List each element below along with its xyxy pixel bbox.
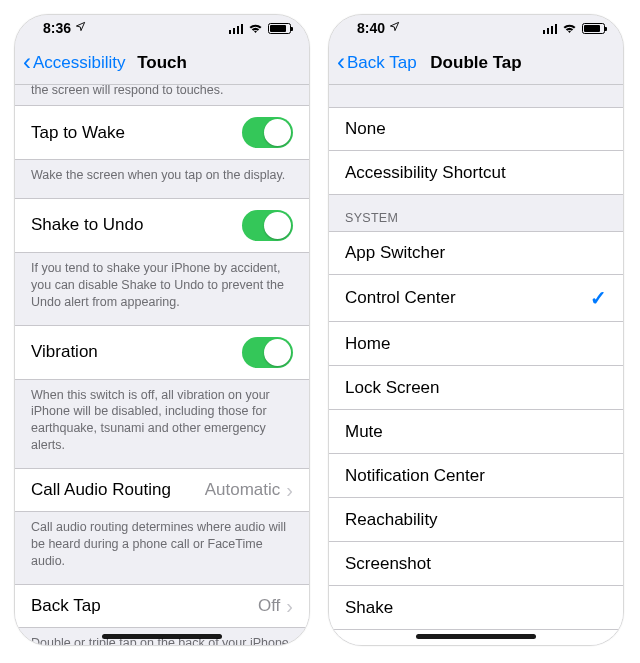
option-lock-screen[interactable]: Lock Screen bbox=[329, 366, 623, 410]
option-label: Lock Screen bbox=[345, 378, 607, 398]
navbar: ‹ Accessibility Touch bbox=[15, 41, 309, 85]
footer-shake-to-undo: If you tend to shake your iPhone by acci… bbox=[15, 253, 309, 325]
cellular-bars-icon bbox=[229, 23, 244, 34]
cell-label: Tap to Wake bbox=[31, 123, 242, 143]
status-time-group: 8:36 bbox=[43, 20, 86, 36]
toggle-vibration[interactable] bbox=[242, 337, 293, 368]
cell-label: Vibration bbox=[31, 342, 242, 362]
footer-call-audio: Call audio routing determines where audi… bbox=[15, 512, 309, 584]
toggle-tap-to-wake[interactable] bbox=[242, 117, 293, 148]
option-reachability[interactable]: Reachability bbox=[329, 498, 623, 542]
toggle-shake-to-undo[interactable] bbox=[242, 210, 293, 241]
option-notification-center[interactable]: Notification Center bbox=[329, 454, 623, 498]
cell-label: Call Audio Routing bbox=[31, 480, 205, 500]
battery-icon bbox=[582, 23, 605, 34]
option-mute[interactable]: Mute bbox=[329, 410, 623, 454]
system-option-list: App Switcher Control Center ✓ Home Lock … bbox=[329, 231, 623, 645]
cell-value: Automatic bbox=[205, 480, 281, 500]
cellular-bars-icon bbox=[543, 23, 558, 34]
option-home[interactable]: Home bbox=[329, 322, 623, 366]
option-label: Screenshot bbox=[345, 554, 607, 574]
option-screenshot[interactable]: Screenshot bbox=[329, 542, 623, 586]
back-button[interactable]: ‹ Back Tap bbox=[337, 52, 417, 74]
home-indicator[interactable] bbox=[416, 634, 536, 639]
group-header-system: System bbox=[329, 195, 623, 231]
status-time-group: 8:40 bbox=[357, 20, 400, 36]
option-label: Reachability bbox=[345, 510, 607, 530]
status-time: 8:36 bbox=[43, 20, 71, 36]
home-indicator[interactable] bbox=[102, 634, 222, 639]
status-time: 8:40 bbox=[357, 20, 385, 36]
option-control-center[interactable]: Control Center ✓ bbox=[329, 275, 623, 322]
top-option-list: None Accessibility Shortcut bbox=[329, 107, 623, 195]
scroll-touch[interactable]: the screen will respond to touches. Tap … bbox=[15, 85, 309, 645]
chevron-right-icon: › bbox=[286, 596, 293, 616]
chevron-left-icon: ‹ bbox=[337, 50, 345, 74]
cell-value: Off bbox=[258, 596, 280, 616]
cell-label: Back Tap bbox=[31, 596, 258, 616]
cell-shake-to-undo[interactable]: Shake to Undo bbox=[15, 198, 309, 253]
battery-icon bbox=[268, 23, 291, 34]
checkmark-icon: ✓ bbox=[590, 286, 607, 310]
cell-tap-to-wake[interactable]: Tap to Wake bbox=[15, 105, 309, 160]
option-label: Accessibility Shortcut bbox=[345, 163, 607, 183]
option-accessibility-shortcut[interactable]: Accessibility Shortcut bbox=[329, 151, 623, 195]
back-label: Accessibility bbox=[33, 53, 126, 73]
cell-back-tap[interactable]: Back Tap Off › bbox=[15, 584, 309, 628]
option-label: Shake bbox=[345, 598, 607, 618]
wifi-icon bbox=[562, 23, 577, 34]
chevron-left-icon: ‹ bbox=[23, 50, 31, 74]
status-bar: 8:36 bbox=[15, 15, 309, 41]
option-app-switcher[interactable]: App Switcher bbox=[329, 231, 623, 275]
cutoff-footer: the screen will respond to touches. bbox=[15, 85, 309, 105]
footer-vibration: When this switch is off, all vibration o… bbox=[15, 380, 309, 469]
cell-label: Shake to Undo bbox=[31, 215, 242, 235]
option-label: Siri bbox=[345, 642, 607, 646]
option-label: Home bbox=[345, 334, 607, 354]
footer-tap-to-wake: Wake the screen when you tap on the disp… bbox=[15, 160, 309, 198]
option-label: Notification Center bbox=[345, 466, 607, 486]
option-label: App Switcher bbox=[345, 243, 607, 263]
scroll-double-tap[interactable]: None Accessibility Shortcut System App S… bbox=[329, 85, 623, 645]
wifi-icon bbox=[248, 23, 263, 34]
location-arrow-icon bbox=[389, 21, 400, 35]
option-none[interactable]: None bbox=[329, 107, 623, 151]
cell-vibration[interactable]: Vibration bbox=[15, 325, 309, 380]
option-label: None bbox=[345, 119, 607, 139]
location-arrow-icon bbox=[75, 21, 86, 35]
status-bar: 8:40 bbox=[329, 15, 623, 41]
navbar: ‹ Back Tap Double Tap bbox=[329, 41, 623, 85]
option-label: Mute bbox=[345, 422, 607, 442]
cell-call-audio-routing[interactable]: Call Audio Routing Automatic › bbox=[15, 468, 309, 512]
back-button[interactable]: ‹ Accessibility bbox=[23, 52, 126, 74]
back-label: Back Tap bbox=[347, 53, 417, 73]
phone-touch-settings: 8:36 ‹ Accessibility Touch the screen w bbox=[14, 14, 310, 646]
phone-double-tap: 8:40 ‹ Back Tap Double Tap bbox=[328, 14, 624, 646]
option-label: Control Center bbox=[345, 288, 590, 308]
chevron-right-icon: › bbox=[286, 480, 293, 500]
option-shake[interactable]: Shake bbox=[329, 586, 623, 630]
